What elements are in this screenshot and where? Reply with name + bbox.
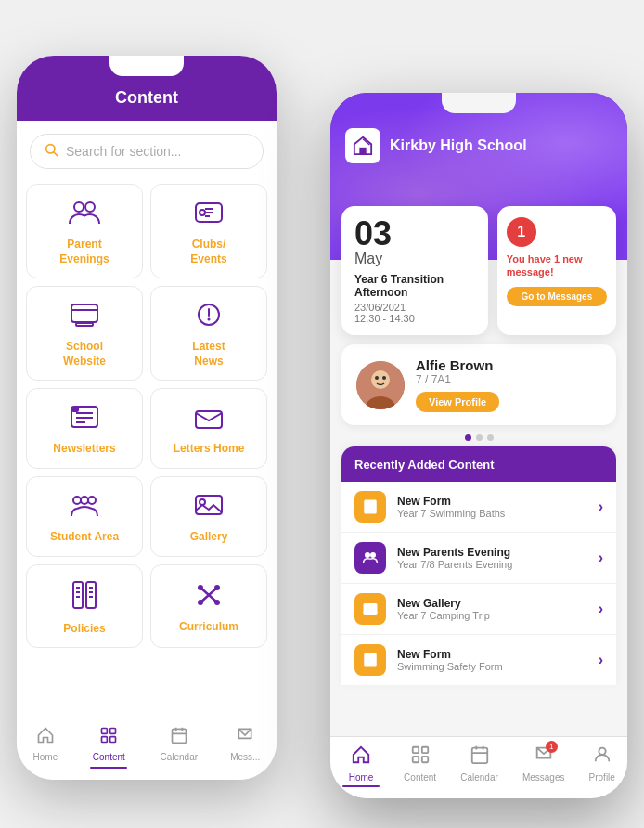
phone2-home-screen: Kirkby High School 03 May Year 6 Transit… [330,93,627,798]
parent-evenings-label: ParentEvenings [59,238,109,266]
nav2-home-label: Home [349,772,374,783]
content-item-3[interactable]: New Gallery Year 7 Camping Trip › [341,584,616,635]
gallery-icon [193,492,225,523]
content-item-3-text: New Gallery Year 7 Camping Trip [397,597,587,621]
content-item-2[interactable]: New Parents Evening Year 7/8 Parents Eve… [341,533,616,584]
svg-rect-23 [196,496,222,514]
nav-calendar[interactable]: Calendar [160,726,198,769]
phone2-bottom-nav: Home Content Calendar 1 Messages [330,736,627,798]
content-item-3-sub: Year 7 Camping Trip [397,610,587,621]
profile-info: Alfie Brown 7 / 7A1 View Profile [416,357,601,412]
svg-point-5 [200,210,205,215]
nav-content[interactable]: Content [90,726,127,769]
svg-rect-6 [71,304,97,322]
svg-point-35 [198,585,203,590]
nav2-profile[interactable]: Profile [589,744,615,787]
nav2-messages-icon: 1 [534,744,554,770]
svg-rect-8 [76,323,93,326]
messages-badge: 1 [546,741,558,753]
content-item-4-title: New Form [397,648,587,661]
svg-rect-42 [110,737,116,743]
nav2-content-icon [410,744,431,770]
phone1-title: Content [32,88,262,108]
newsletters-icon [69,404,100,434]
content-item-3-title: New Gallery [397,597,587,610]
content-item-2-title: New Parents Evening [397,546,587,559]
grid-item-student-area[interactable]: Student Area [26,476,143,557]
curriculum-label: Curriculum [179,620,238,635]
student-area-icon [68,492,101,523]
nav-messages-label: Mess... [230,752,260,762]
svg-rect-39 [102,729,108,734]
svg-rect-41 [102,737,108,743]
search-icon [44,142,58,161]
chevron-2-icon: › [599,550,603,566]
nav2-home[interactable]: Home [342,744,380,787]
dot-1 [465,434,471,441]
svg-rect-66 [421,747,427,753]
grid-item-policies[interactable]: Policies [26,564,143,649]
content-item-1-sub: Year 7 Swimming Baths [397,508,587,519]
nav2-home-icon [351,744,371,770]
search-placeholder: Search for section... [66,144,182,159]
policies-label: Policies [63,622,105,637]
grid-item-letters-home[interactable]: Letters Home [150,388,267,469]
svg-rect-69 [471,748,487,764]
svg-point-58 [370,552,376,558]
content-item-1[interactable]: New Form Year 7 Swimming Baths › [341,482,616,533]
cards-row: 03 May Year 6 Transition Afternoon 23/06… [330,195,627,335]
content-item-4[interactable]: New Form Swimming Safety Form › [341,635,616,685]
svg-rect-18 [71,407,79,412]
phone1-search-area: Search for section... [17,121,277,178]
school-logo [345,128,380,163]
nav-home[interactable]: Home [33,726,58,769]
nav2-calendar-label: Calendar [460,772,498,783]
content-item-2-sub: Year 7/8 Parents Evening [397,559,587,570]
svg-point-37 [198,600,203,605]
nav2-profile-label: Profile [589,772,615,783]
svg-point-52 [382,376,386,380]
recently-added-header: Recently Added Content [341,446,616,482]
gallery-label: Gallery [190,530,228,545]
content-item-1-icon [354,491,386,523]
message-card: 1 You have 1 new message! Go to Messages [497,206,616,335]
school-website-icon [69,302,100,332]
content-item-1-title: New Form [397,495,587,508]
home-nav-underline [342,785,380,787]
content-item-2-text: New Parents Evening Year 7/8 Parents Eve… [397,546,587,570]
profile-avatar [356,361,405,409]
grid-item-parent-evenings[interactable]: ParentEvenings [26,184,143,278]
grid-item-school-website[interactable]: SchoolWebsite [26,286,143,381]
messages-icon [236,726,254,749]
grid-item-gallery[interactable]: Gallery [150,476,267,557]
svg-rect-25 [73,582,83,608]
svg-point-73 [599,748,605,755]
date-day: 03 [354,217,475,251]
svg-point-3 [85,202,95,212]
letters-home-icon [193,404,225,434]
view-profile-button[interactable]: View Profile [416,392,499,412]
svg-rect-65 [412,747,418,753]
dot-3 [487,434,494,441]
nav2-messages[interactable]: 1 Messages [522,744,565,787]
chevron-4-icon: › [599,652,603,668]
goto-messages-button[interactable]: Go to Messages [507,287,607,306]
dot-2 [476,434,483,441]
search-bar[interactable]: Search for section... [30,134,264,169]
grid-item-clubs-events[interactable]: Clubs/Events [150,184,267,278]
nav2-calendar[interactable]: Calendar [460,744,498,787]
svg-point-2 [74,202,84,212]
svg-point-38 [214,600,220,605]
nav2-content[interactable]: Content [404,744,436,787]
nav-calendar-label: Calendar [160,752,198,762]
nav2-content-label: Content [404,772,436,783]
content-grid: ParentEvenings Clubs/Events [17,178,277,653]
clubs-events-icon [193,200,225,230]
nav2-profile-icon [592,744,612,770]
curriculum-icon [193,582,225,613]
grid-item-latest-news[interactable]: LatestNews [150,286,267,381]
nav-messages[interactable]: Mess... [230,726,260,769]
grid-item-newsletters[interactable]: Newsletters [26,388,143,469]
grid-item-curriculum[interactable]: Curriculum [150,564,267,649]
profile-class: 7 / 7A1 [416,373,601,386]
